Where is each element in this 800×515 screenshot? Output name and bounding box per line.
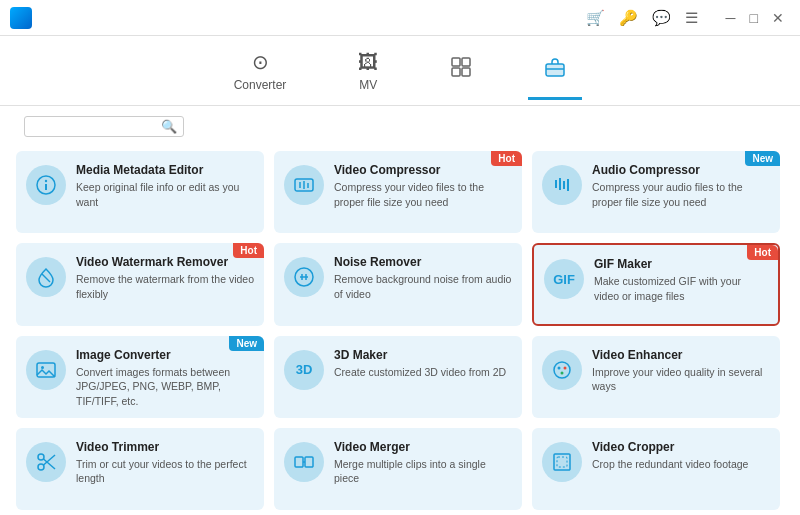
svg-point-25 <box>561 371 564 374</box>
tool-desc-image-converter: Convert images formats between JPG/JPEG,… <box>76 365 254 409</box>
nav-bar: ⊙ Converter 🖼 MV <box>0 36 800 106</box>
tool-title-video-trimmer: Video Trimmer <box>76 440 254 454</box>
tool-icon-video-compressor <box>284 165 324 205</box>
tool-icon-video-cropper <box>542 442 582 482</box>
tool-title-media-metadata-editor: Media Metadata Editor <box>76 163 254 177</box>
svg-rect-33 <box>554 454 570 470</box>
svg-rect-30 <box>295 457 303 467</box>
tool-icon-video-watermark-remover <box>26 257 66 297</box>
tool-desc-3d-maker: Create customized 3D video from 2D <box>334 365 512 380</box>
tool-icon-gif-maker: GIF <box>544 259 584 299</box>
tool-icon-media-metadata-editor <box>26 165 66 205</box>
tool-card-video-trimmer[interactable]: Video TrimmerTrim or cut your videos to … <box>16 428 264 510</box>
svg-point-26 <box>38 464 44 470</box>
menu-icon[interactable]: ☰ <box>685 9 698 27</box>
tool-title-video-compressor: Video Compressor <box>334 163 512 177</box>
app-logo <box>10 7 32 29</box>
svg-point-23 <box>558 366 561 369</box>
tool-card-video-enhancer[interactable]: Video EnhancerImprove your video quality… <box>532 336 780 418</box>
tool-desc-video-merger: Merge multiple clips into a single piece <box>334 457 512 486</box>
tool-icon-audio-compressor <box>542 165 582 205</box>
badge-video-watermark-remover: Hot <box>233 243 264 258</box>
tool-card-video-cropper[interactable]: Video CropperCrop the redundant video fo… <box>532 428 780 510</box>
search-input-wrap: 🔍 <box>24 116 184 137</box>
tool-desc-video-enhancer: Improve your video quality in several wa… <box>592 365 770 394</box>
converter-icon: ⊙ <box>252 50 269 74</box>
tool-desc-video-watermark-remover: Remove the watermark from the video flex… <box>76 272 254 301</box>
close-button[interactable]: ✕ <box>766 8 790 28</box>
tool-card-video-watermark-remover[interactable]: HotVideo Watermark RemoverRemove the wat… <box>16 243 264 325</box>
tool-desc-video-compressor: Compress your video files to the proper … <box>334 180 512 209</box>
tool-desc-video-cropper: Crop the redundant video footage <box>592 457 770 472</box>
tool-card-noise-remover[interactable]: Noise RemoverRemove background noise fro… <box>274 243 522 325</box>
search-input[interactable] <box>31 120 161 134</box>
search-icon[interactable]: 🔍 <box>161 119 177 134</box>
svg-line-17 <box>42 274 50 282</box>
tool-desc-audio-compressor: Compress your audio files to the proper … <box>592 180 770 209</box>
window-controls: ─ □ ✕ <box>720 8 790 28</box>
tool-desc-noise-remover: Remove background noise from audio of vi… <box>334 272 512 301</box>
tool-card-video-merger[interactable]: Video MergerMerge multiple clips into a … <box>274 428 522 510</box>
tool-title-gif-maker: GIF Maker <box>594 257 768 271</box>
badge-gif-maker: Hot <box>747 245 778 260</box>
tool-title-image-converter: Image Converter <box>76 348 254 362</box>
tool-card-image-converter[interactable]: NewImage ConverterConvert images formats… <box>16 336 264 418</box>
badge-audio-compressor: New <box>745 151 780 166</box>
svg-point-22 <box>554 362 570 378</box>
search-bar: 🔍 <box>0 106 800 147</box>
svg-point-24 <box>564 366 567 369</box>
tool-title-video-merger: Video Merger <box>334 440 512 454</box>
tab-mv-label: MV <box>359 78 377 92</box>
tab-toolbox[interactable] <box>528 50 582 100</box>
tool-card-gif-maker[interactable]: HotGIFGIF MakerMake customized GIF with … <box>532 243 780 325</box>
title-bar: 🛒 🔑 💬 ☰ ─ □ ✕ <box>0 0 800 36</box>
svg-point-21 <box>41 366 44 369</box>
tool-icon-image-converter <box>26 350 66 390</box>
svg-rect-2 <box>452 68 460 76</box>
tab-mv[interactable]: 🖼 MV <box>342 45 394 105</box>
tools-grid: Media Metadata EditorKeep original file … <box>16 147 784 515</box>
key-icon[interactable]: 🔑 <box>619 9 638 27</box>
svg-rect-4 <box>546 64 564 76</box>
tool-card-media-metadata-editor[interactable]: Media Metadata EditorKeep original file … <box>16 151 264 233</box>
badge-image-converter: New <box>229 336 264 351</box>
svg-point-27 <box>38 454 44 460</box>
svg-rect-3 <box>462 68 470 76</box>
svg-rect-0 <box>452 58 460 66</box>
tab-converter[interactable]: ⊙ Converter <box>218 44 303 105</box>
svg-rect-34 <box>557 457 567 467</box>
tool-desc-video-trimmer: Trim or cut your videos to the perfect l… <box>76 457 254 486</box>
tab-collage[interactable] <box>434 50 488 100</box>
tab-converter-label: Converter <box>234 78 287 92</box>
tool-title-audio-compressor: Audio Compressor <box>592 163 770 177</box>
tool-desc-media-metadata-editor: Keep original file info or edit as you w… <box>76 180 254 209</box>
tool-title-video-enhancer: Video Enhancer <box>592 348 770 362</box>
mv-icon: 🖼 <box>358 51 378 74</box>
tool-title-noise-remover: Noise Remover <box>334 255 512 269</box>
tool-card-audio-compressor[interactable]: NewAudio CompressorCompress your audio f… <box>532 151 780 233</box>
tool-icon-video-enhancer <box>542 350 582 390</box>
tool-card-3d-maker[interactable]: 3D3D MakerCreate customized 3D video fro… <box>274 336 522 418</box>
tool-icon-noise-remover <box>284 257 324 297</box>
tool-icon-video-merger <box>284 442 324 482</box>
tools-area: Media Metadata EditorKeep original file … <box>0 147 800 515</box>
tool-icon-video-trimmer <box>26 442 66 482</box>
title-bar-left <box>10 7 40 29</box>
collage-icon <box>450 56 472 83</box>
tool-title-3d-maker: 3D Maker <box>334 348 512 362</box>
tool-icon-3d-maker: 3D <box>284 350 324 390</box>
maximize-button[interactable]: □ <box>744 8 764 28</box>
svg-point-8 <box>45 180 47 182</box>
minimize-button[interactable]: ─ <box>720 8 742 28</box>
svg-rect-31 <box>305 457 313 467</box>
tool-title-video-watermark-remover: Video Watermark Remover <box>76 255 254 269</box>
toolbox-icon <box>544 56 566 83</box>
chat-icon[interactable]: 💬 <box>652 9 671 27</box>
tool-title-video-cropper: Video Cropper <box>592 440 770 454</box>
cart-icon[interactable]: 🛒 <box>586 9 605 27</box>
tool-desc-gif-maker: Make customized GIF with your video or i… <box>594 274 768 303</box>
title-bar-right: 🛒 🔑 💬 ☰ ─ □ ✕ <box>586 8 790 28</box>
badge-video-compressor: Hot <box>491 151 522 166</box>
svg-rect-1 <box>462 58 470 66</box>
tool-card-video-compressor[interactable]: HotVideo CompressorCompress your video f… <box>274 151 522 233</box>
